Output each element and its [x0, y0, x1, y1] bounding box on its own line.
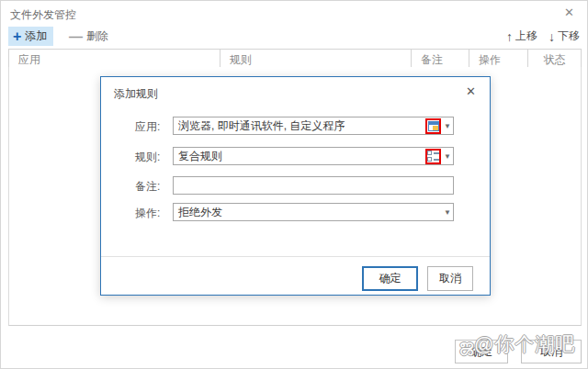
rules-table-header: 应用 规则 备注 操作 状态: [8, 49, 582, 68]
action-field-label: 操作:: [135, 206, 160, 221]
dialog-ok-button[interactable]: 确定: [362, 266, 418, 291]
note-field-label: 备注:: [135, 179, 160, 195]
delete-button[interactable]: — 删除: [63, 27, 114, 46]
app-field-value: 浏览器, 即时通讯软件, 自定义程序: [174, 118, 425, 134]
move-down-button[interactable]: ↓ 下移: [548, 28, 580, 44]
column-header-rule[interactable]: 规则: [220, 50, 411, 67]
app-dropdown-arrow-icon[interactable]: ▼: [442, 117, 453, 134]
rule-field-label: 规则:: [135, 150, 160, 165]
dialog-title: 添加规则: [114, 86, 158, 102]
rule-dropdown-arrow-icon[interactable]: ▼: [442, 148, 453, 164]
close-icon[interactable]: ✕: [564, 6, 574, 19]
rule-list-icon: [427, 151, 439, 162]
toolbar: + 添加 — 删除 ↑ 上移 ↓ 下移: [1, 27, 587, 47]
rule-field-value: 复合规则: [174, 149, 425, 164]
column-header-app[interactable]: 应用: [9, 50, 220, 67]
dialog-close-icon[interactable]: ✕: [466, 84, 476, 98]
app-window-icon: [428, 121, 439, 131]
delete-button-label: 删除: [86, 28, 108, 44]
move-up-label: 上移: [515, 28, 537, 44]
move-down-label: 下移: [558, 28, 580, 44]
add-button-label: 添加: [25, 28, 47, 44]
window-title: 文件外发管控: [10, 7, 76, 23]
dialog-cancel-button[interactable]: 取消: [427, 266, 473, 291]
move-up-button[interactable]: ↑ 上移: [506, 28, 537, 44]
app-picker-highlight-box[interactable]: [425, 118, 441, 134]
app-select-field[interactable]: 浏览器, 即时通讯软件, 自定义程序 ▼: [173, 117, 454, 135]
rule-field-row: 规则: 复合规则 ▼: [101, 147, 490, 165]
column-header-note[interactable]: 备注: [411, 50, 469, 67]
app-field-row: 应用: 浏览器, 即时通讯软件, 自定义程序 ▼: [101, 117, 490, 135]
titlebar: 文件外发管控 ✕: [1, 1, 587, 25]
main-ok-button[interactable]: 确定: [455, 340, 508, 363]
column-header-action[interactable]: 操作: [469, 50, 527, 67]
file-outgoing-control-window: 文件外发管控 ✕ + 添加 — 删除 ↑ 上移 ↓ 下移 应用 规则 备注 操作…: [0, 0, 588, 369]
note-field-row: 备注:: [101, 176, 490, 195]
rule-picker-highlight-box[interactable]: [425, 149, 441, 164]
minus-icon: —: [69, 30, 83, 43]
note-input[interactable]: [173, 176, 454, 195]
add-button[interactable]: + 添加: [8, 27, 53, 46]
move-button-group: ↑ 上移 ↓ 下移: [506, 28, 580, 44]
add-rule-dialog: 添加规则 ✕ 应用: 浏览器, 即时通讯软件, 自定义程序 ▼ 规则: 复合规则: [100, 76, 491, 296]
action-dropdown-arrow-icon[interactable]: ▼: [442, 204, 453, 220]
main-cancel-button[interactable]: 取消: [521, 340, 582, 363]
action-field-row: 操作: 拒绝外发 ▼: [101, 203, 490, 221]
plus-icon: +: [13, 29, 21, 44]
action-select-field[interactable]: 拒绝外发 ▼: [173, 203, 454, 221]
app-field-label: 应用:: [135, 119, 160, 135]
dialog-footer-separator: [101, 256, 490, 257]
column-header-status[interactable]: 状态: [527, 50, 581, 67]
arrow-down-icon: ↓: [548, 29, 555, 44]
action-field-value: 拒绝外发: [174, 205, 442, 220]
arrow-up-icon: ↑: [506, 29, 513, 44]
rule-select-field[interactable]: 复合规则 ▼: [173, 147, 454, 165]
